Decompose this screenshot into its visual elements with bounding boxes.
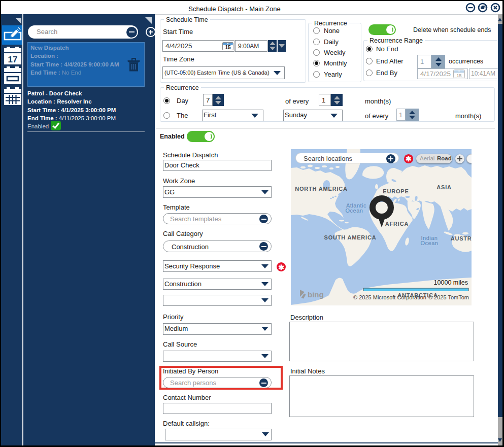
svg-text:NORTH AMERICA: NORTH AMERICA [295, 186, 348, 192]
svg-text:AFRICA: AFRICA [385, 221, 409, 227]
svg-text:15: 15 [225, 45, 231, 50]
svg-text:Ocean: Ocean [421, 240, 439, 246]
svg-text:SOUTH AMERICA: SOUTH AMERICA [324, 234, 377, 240]
svg-text:EUROPE: EUROPE [383, 188, 409, 194]
svg-text:15: 15 [456, 73, 461, 78]
svg-text:© 2025 Microsoft Corporation: © 2025 Microsoft Corporation [353, 294, 426, 300]
svg-text:© 2025 TomTom: © 2025 TomTom [428, 294, 469, 300]
svg-text:17: 17 [8, 55, 18, 64]
svg-text:10000 miles: 10000 miles [434, 279, 468, 286]
svg-text:bing: bing [308, 290, 324, 299]
svg-text:Ocean: Ocean [346, 208, 363, 214]
svg-text:AUSTRA: AUSTRA [451, 235, 472, 242]
svg-text:ASIA: ASIA [436, 184, 451, 190]
